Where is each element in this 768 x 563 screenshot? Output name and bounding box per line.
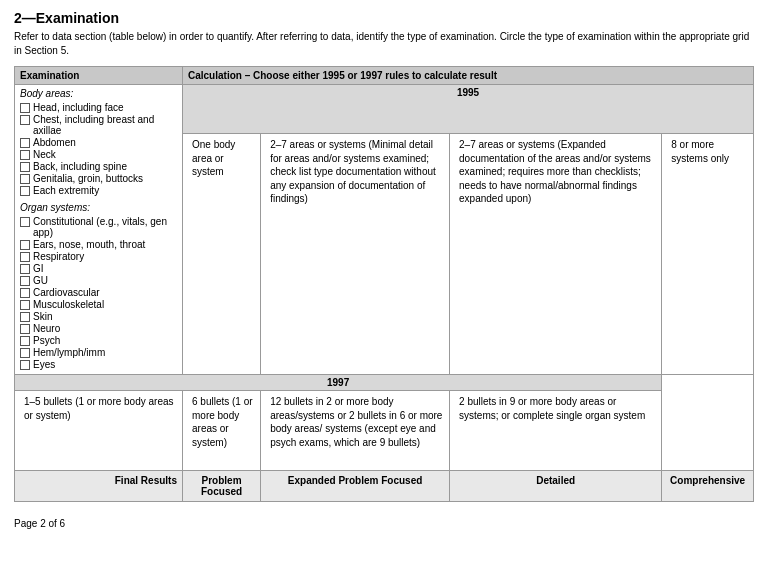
final-col2: Expanded Problem Focused (261, 471, 450, 502)
cell-1997-3: 12 bullets in 2 or more body areas/syste… (261, 391, 450, 471)
body-area-item: Genitalia, groin, buttocks (20, 173, 177, 184)
body-area-checkbox[interactable] (20, 174, 30, 184)
body-area-checkbox[interactable] (20, 138, 30, 148)
cell-1997-4: 2 bullets in 9 or more body areas or sys… (450, 391, 662, 471)
final-col1: Problem Focused (183, 471, 261, 502)
col1-header: Examination (15, 67, 183, 85)
organ-system-item: Musculoskeletal (20, 299, 177, 310)
body-area-item: Neck (20, 149, 177, 160)
col2-header: Calculation – Choose either 1995 or 1997… (183, 67, 754, 85)
year-1997-row: 1997 (15, 375, 754, 391)
organ-system-checkbox[interactable] (20, 360, 30, 370)
body-area-checkbox[interactable] (20, 150, 30, 160)
organ-systems-list: Constitutional (e.g., vitals, gen app)Ea… (20, 216, 177, 370)
body-area-item: Each extremity (20, 185, 177, 196)
final-col3: Detailed (450, 471, 662, 502)
body-area-checkbox[interactable] (20, 103, 30, 113)
cell-1995-3-text: 2–7 areas or systems (Expanded documenta… (459, 138, 655, 206)
body-area-item: Abdomen (20, 137, 177, 148)
cell-1997-2-text: 6 bullets (1 or more body areas or syste… (192, 395, 254, 449)
organ-system-checkbox[interactable] (20, 240, 30, 250)
cell-1997-1: 1–5 bullets (1 or more body areas or sys… (15, 391, 183, 471)
body-area-item: Back, including spine (20, 161, 177, 172)
body-areas-label: Body areas: (20, 88, 177, 99)
body-area-item: Head, including face (20, 102, 177, 113)
organ-systems-label: Organ systems: (20, 202, 177, 213)
final-col4: Comprehensive (662, 471, 754, 502)
cell-1997-4-text: 2 bullets in 9 or more body areas or sys… (459, 395, 655, 422)
cell-1995-2: 2–7 areas or systems (Minimal detail for… (261, 134, 450, 375)
organ-system-item: Skin (20, 311, 177, 322)
organ-system-item: Eyes (20, 359, 177, 370)
organ-system-checkbox[interactable] (20, 324, 30, 334)
cell-1997-2: 6 bullets (1 or more body areas or syste… (183, 391, 261, 471)
year-1995-cell: 1995 (183, 85, 754, 134)
organ-system-item: Constitutional (e.g., vitals, gen app) (20, 216, 177, 238)
body-area-item: Chest, including breast and axillae (20, 114, 177, 136)
organ-system-checkbox[interactable] (20, 312, 30, 322)
year-1997-cell: 1997 (15, 375, 662, 391)
cell-1995-4: 8 or more systems only (662, 134, 754, 375)
final-results-row: Final Results Problem Focused Expanded P… (15, 471, 754, 502)
organ-system-item: Cardiovascular (20, 287, 177, 298)
organ-system-item: Hem/lymph/imm (20, 347, 177, 358)
organ-system-checkbox[interactable] (20, 348, 30, 358)
page-title: 2—Examination (14, 10, 754, 26)
body-area-checkbox[interactable] (20, 115, 30, 125)
body-area-checkbox[interactable] (20, 162, 30, 172)
cells-1997-row: 1–5 bullets (1 or more body areas or sys… (15, 391, 754, 471)
cell-1995-2-text: 2–7 areas or systems (Minimal detail for… (270, 138, 443, 206)
organ-system-item: GU (20, 275, 177, 286)
organ-system-checkbox[interactable] (20, 252, 30, 262)
organ-system-checkbox[interactable] (20, 300, 30, 310)
cell-1995-1-text: One body area or system (192, 138, 254, 179)
cell-1995-3: 2–7 areas or systems (Expanded documenta… (450, 134, 662, 375)
organ-system-item: Respiratory (20, 251, 177, 262)
organ-system-item: Neuro (20, 323, 177, 334)
cell-1997-1-text: 1–5 bullets (1 or more body areas or sys… (24, 395, 176, 422)
note-text: Refer to data section (table below) in o… (14, 30, 754, 58)
cell-1997-3-text: 12 bullets in 2 or more body areas/syste… (270, 395, 443, 449)
organ-system-checkbox[interactable] (20, 217, 30, 227)
organ-system-checkbox[interactable] (20, 276, 30, 286)
body-areas-list: Head, including faceChest, including bre… (20, 102, 177, 196)
final-label: Final Results (15, 471, 183, 502)
organ-system-item: Psych (20, 335, 177, 346)
organ-system-checkbox[interactable] (20, 264, 30, 274)
exam-col-cell: Body areas: Head, including faceChest, i… (15, 85, 183, 375)
organ-system-checkbox[interactable] (20, 288, 30, 298)
organ-system-item: Ears, nose, mouth, throat (20, 239, 177, 250)
year-1995-row: Body areas: Head, including faceChest, i… (15, 85, 754, 134)
cell-1995-4-text: 8 or more systems only (671, 138, 747, 165)
page-number: Page 2 of 6 (14, 518, 754, 529)
organ-system-item: GI (20, 263, 177, 274)
body-area-checkbox[interactable] (20, 186, 30, 196)
cell-1995-1: One body area or system (183, 134, 261, 375)
examination-table: Examination Calculation – Choose either … (14, 66, 754, 502)
organ-system-checkbox[interactable] (20, 336, 30, 346)
